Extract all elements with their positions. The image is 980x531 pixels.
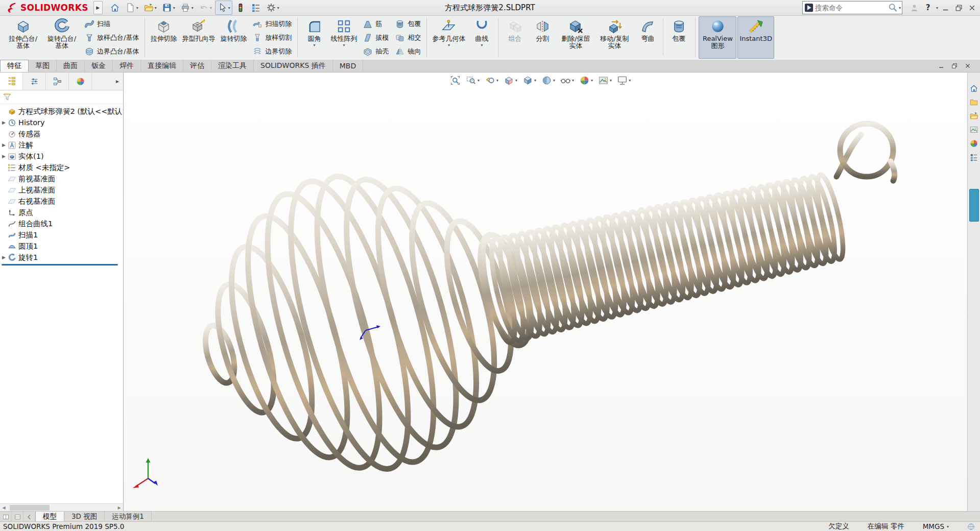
panel-flyout-button[interactable]: ▸ xyxy=(112,73,123,90)
open-document-button[interactable]: ▾ xyxy=(141,1,159,15)
print-button[interactable]: ▾ xyxy=(178,1,196,15)
hide-show-items-button[interactable]: ▾ xyxy=(559,74,576,87)
dropdown-arrow[interactable]: ▾ xyxy=(343,43,345,47)
filter-funnel-icon[interactable] xyxy=(3,92,12,102)
tree-item-right-plane[interactable]: 右视基准面 xyxy=(0,196,123,207)
expand-arrow-icon[interactable]: ▶ xyxy=(0,255,8,260)
search-scope-icon[interactable] xyxy=(804,3,814,13)
view-settings-button[interactable]: ▾ xyxy=(615,74,632,87)
expand-arrow-icon[interactable]: ▶ xyxy=(0,142,8,148)
dropdown-arrow[interactable]: ▾ xyxy=(192,6,194,10)
select-button[interactable]: ▾ xyxy=(215,1,232,15)
tab-mbd[interactable]: MBD xyxy=(333,60,363,72)
previous-view-button[interactable]: ▾ xyxy=(483,74,500,87)
tab-nav-icon[interactable] xyxy=(23,512,35,522)
home-button[interactable] xyxy=(108,1,122,15)
dropdown-arrow[interactable]: ▾ xyxy=(481,43,483,47)
extruded-cut-button[interactable]: 拉伸切除 xyxy=(148,16,179,59)
linear-pattern-button[interactable]: 线性阵列▾ xyxy=(328,16,359,59)
tree-horizontal-scrollbar[interactable]: ◀ ▶ xyxy=(0,503,123,512)
undo-button[interactable]: ▾ xyxy=(197,1,214,15)
dropdown-arrow[interactable]: ▾ xyxy=(477,78,480,83)
dropdown-arrow[interactable]: ▾ xyxy=(515,78,517,83)
dropdown-arrow[interactable]: ▾ xyxy=(553,78,555,83)
flex-button[interactable]: 弯曲 xyxy=(634,16,661,59)
apply-scene-button[interactable]: ▾ xyxy=(596,74,613,87)
tree-item-sweep1[interactable]: 扫描1 xyxy=(0,229,123,240)
search-dropdown-arrow[interactable]: ▾ xyxy=(899,6,901,10)
extruded-boss-base-button[interactable]: 拉伸凸台/基体 xyxy=(4,16,42,59)
tab-sheet-metal[interactable]: 钣金 xyxy=(85,60,113,72)
tab-model[interactable]: 模型 xyxy=(35,512,64,522)
view-orientation-button[interactable]: ▾ xyxy=(521,74,538,87)
spring-model[interactable] xyxy=(200,124,894,480)
tab-render-tools[interactable]: 渲染工具 xyxy=(211,60,254,72)
tree-item-sensors[interactable]: 传感器 xyxy=(0,128,123,139)
dropdown-arrow[interactable]: ▾ xyxy=(448,43,450,47)
tree-item-history[interactable]: ▶History xyxy=(0,117,123,128)
delete-keep-body-button[interactable]: 删除/保留实体 xyxy=(557,16,594,59)
move-copy-body-button[interactable]: 移动/复制实体 xyxy=(595,16,633,59)
expand-arrow-icon[interactable]: ▶ xyxy=(0,154,8,159)
tree-root-item[interactable]: 方程式球形弹簧2 (默认<<默认>_显示状 xyxy=(0,106,123,117)
dropdown-arrow[interactable]: ▾ xyxy=(136,6,138,10)
tree-item-origin[interactable]: 原点 xyxy=(0,207,123,218)
section-view-button[interactable]: ▾ xyxy=(502,74,519,87)
reference-geometry-button[interactable]: 参考几何体▾ xyxy=(430,16,467,59)
dropdown-arrow[interactable]: ▾ xyxy=(534,78,536,83)
scroll-left-icon[interactable]: ◀ xyxy=(0,505,8,510)
realview-graphics-button[interactable]: RealView图形 xyxy=(699,16,736,59)
swept-cut-button[interactable]: 扫描切除 xyxy=(251,18,293,30)
dropdown-arrow[interactable]: ▾ xyxy=(228,6,230,10)
search-icon[interactable] xyxy=(888,3,898,13)
tab-evaluate[interactable]: 评估 xyxy=(183,60,211,72)
appearances-scenes-button[interactable] xyxy=(969,139,978,148)
rollback-bar[interactable] xyxy=(2,264,118,266)
tree-item-front-plane[interactable]: 前视基准面 xyxy=(0,173,123,184)
help-dropdown-arrow[interactable]: ▾ xyxy=(936,6,938,10)
tree-item-annotations[interactable]: ▶注解 xyxy=(0,139,123,151)
doc-minimize-button[interactable] xyxy=(936,61,946,70)
tab-direct-editing[interactable]: 直接编辑 xyxy=(141,60,183,72)
sweep-button[interactable]: 扫描 xyxy=(83,18,140,30)
3d-scene[interactable] xyxy=(124,73,968,512)
curves-button[interactable]: 曲线▾ xyxy=(468,16,495,59)
user-account-button[interactable] xyxy=(909,2,921,14)
tab-features[interactable]: 特征 xyxy=(0,60,29,72)
dropdown-arrow[interactable]: ▾ xyxy=(277,6,279,10)
configurationmanager-tab[interactable] xyxy=(46,73,69,90)
file-properties-button[interactable] xyxy=(249,1,263,15)
view-palette-button[interactable] xyxy=(969,125,978,134)
dropdown-arrow[interactable]: ▾ xyxy=(591,78,593,83)
minimize-button[interactable] xyxy=(939,2,951,14)
dropdown-arrow[interactable]: ▾ xyxy=(572,78,574,83)
tab-solidworks-add-ins[interactable]: SOLIDWORKS 插件 xyxy=(254,60,333,72)
dropdown-arrow[interactable]: ▾ xyxy=(947,524,949,529)
expand-arrow-icon[interactable]: ▶ xyxy=(0,120,8,125)
dropdown-arrow[interactable]: ▾ xyxy=(610,78,612,83)
dropdown-arrow[interactable]: ▾ xyxy=(155,6,157,10)
design-library-button[interactable] xyxy=(969,98,978,107)
tab-surfaces[interactable]: 曲面 xyxy=(57,60,85,72)
new-document-button[interactable]: ▾ xyxy=(123,1,140,15)
custom-properties-button[interactable] xyxy=(969,153,978,162)
zoom-to-area-button[interactable]: ▾ xyxy=(464,74,481,87)
tree-item-material[interactable]: 材质 <未指定> xyxy=(0,162,123,173)
help-button[interactable]: ? xyxy=(922,2,934,14)
intersect-button[interactable]: 相交 xyxy=(393,32,422,43)
tab-sketch[interactable]: 草图 xyxy=(29,60,57,72)
rib-button[interactable]: 筋 xyxy=(361,18,390,30)
hole-wizard-button[interactable]: 异型孔向导 xyxy=(180,16,217,59)
doc-close-button[interactable] xyxy=(963,61,973,70)
tree-item-composite-curve1[interactable]: 组合曲线1 xyxy=(0,218,123,229)
scroll-right-icon[interactable]: ▶ xyxy=(115,505,123,510)
fillet-button[interactable]: 圆角▾ xyxy=(301,16,327,59)
tree-item-dome1[interactable]: 圆顶1 xyxy=(0,240,123,252)
dropdown-arrow[interactable]: ▾ xyxy=(210,6,212,10)
draft-button[interactable]: 拔模 xyxy=(361,32,390,43)
rebuild-button[interactable] xyxy=(233,1,248,15)
solidworks-resources-button[interactable] xyxy=(969,84,978,93)
propertymanager-tab[interactable] xyxy=(23,73,46,90)
split-button[interactable]: 分割 xyxy=(529,16,556,59)
instant3d-button[interactable]: Instant3D xyxy=(737,16,774,59)
